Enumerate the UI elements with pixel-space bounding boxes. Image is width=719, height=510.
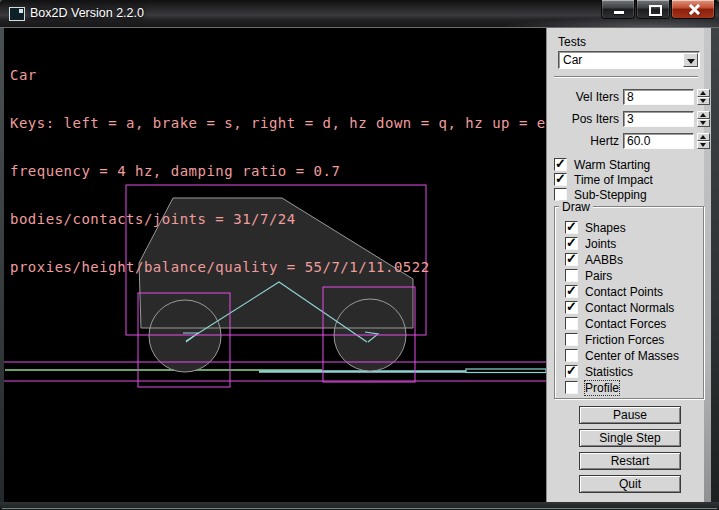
arrow-up-icon — [700, 135, 706, 139]
toggle-time-of-impact[interactable]: ✓ Time of Impact — [547, 173, 705, 187]
tests-dropdown-value: Car — [563, 53, 582, 68]
vel-iters-row: Vel Iters 8 — [547, 89, 705, 105]
contact-normals-label: Contact Normals — [585, 301, 674, 315]
close-icon — [688, 4, 700, 15]
hertz-spin-down-button[interactable] — [697, 141, 710, 149]
stats-line-bodies: bodies/contacts/joints = 31/7/24 — [10, 211, 546, 227]
toggle-contact-points[interactable]: ✓ Contact Points — [547, 285, 705, 299]
arrow-up-icon — [700, 113, 706, 117]
check-icon: ✓ — [566, 283, 577, 298]
tests-dropdown[interactable]: Car — [558, 51, 700, 69]
aabbs-checkbox[interactable]: ✓ — [565, 253, 578, 266]
titlebar[interactable]: Box2D Version 2.2.0 — [0, 0, 719, 28]
window-border-bottom — [0, 502, 719, 510]
toggle-profile[interactable]: ✓ Profile — [547, 381, 705, 395]
vel-iters-spin-up-button[interactable] — [697, 89, 710, 97]
minimize-button[interactable] — [601, 0, 635, 19]
shapes-checkbox[interactable]: ✓ — [565, 221, 578, 234]
center-of-masses-label: Center of Masses — [585, 349, 679, 363]
tests-label: Tests — [558, 35, 586, 49]
quit-button[interactable]: Quit — [579, 475, 681, 493]
toggle-contact-forces[interactable]: ✓ Contact Forces — [547, 317, 705, 331]
app-window: Box2D Version 2.2.0 — [0, 0, 719, 510]
separator — [554, 76, 698, 78]
stats-line-title: Car — [10, 67, 546, 83]
pos-iters-spinner — [697, 111, 710, 127]
toggle-joints[interactable]: ✓ Joints — [547, 237, 705, 251]
toggle-warm-starting[interactable]: ✓ Warm Starting — [547, 158, 705, 172]
friction-forces-label: Friction Forces — [585, 333, 664, 347]
check-icon: ✓ — [566, 363, 577, 378]
window-border-right — [711, 28, 719, 502]
window-title: Box2D Version 2.2.0 — [30, 6, 144, 20]
hertz-spin-up-button[interactable] — [697, 133, 710, 141]
check-icon: ✓ — [555, 156, 566, 171]
friction-forces-checkbox[interactable]: ✓ — [565, 333, 578, 346]
vel-iters-spinner — [697, 89, 710, 105]
contact-normals-checkbox[interactable]: ✓ — [565, 301, 578, 314]
vel-iters-input[interactable]: 8 — [623, 89, 694, 105]
profile-checkbox[interactable]: ✓ — [565, 381, 578, 394]
stats-line-frequency: frequency = 4 hz, damping ratio = 0.7 — [10, 163, 546, 179]
profile-label: Profile — [585, 381, 619, 395]
toggle-pairs[interactable]: ✓ Pairs — [547, 269, 705, 283]
pairs-checkbox[interactable]: ✓ — [565, 269, 578, 282]
toggle-shapes[interactable]: ✓ Shapes — [547, 221, 705, 235]
check-icon: ✓ — [566, 299, 577, 314]
joints-label: Joints — [585, 237, 616, 251]
warm-starting-checkbox[interactable]: ✓ — [554, 158, 567, 171]
chevron-down-icon — [687, 59, 695, 64]
app-icon[interactable] — [9, 7, 25, 21]
single-step-button[interactable]: Single Step — [579, 429, 681, 447]
maximize-button[interactable] — [636, 0, 670, 19]
statistics-checkbox[interactable]: ✓ — [565, 365, 578, 378]
center-of-masses-checkbox[interactable]: ✓ — [565, 349, 578, 362]
hertz-row: Hertz 60.0 — [547, 133, 705, 149]
stats-line-proxies: proxies/height/balance/quality = 55/7/1/… — [10, 259, 546, 275]
tests-dropdown-button[interactable] — [683, 53, 698, 67]
contact-points-checkbox[interactable]: ✓ — [565, 285, 578, 298]
pause-button[interactable]: Pause — [579, 406, 681, 424]
hertz-spinner — [697, 133, 710, 149]
minimize-icon — [614, 11, 624, 14]
shapes-label: Shapes — [585, 221, 626, 235]
check-icon: ✓ — [566, 235, 577, 250]
stats-line-keys: Keys: left = a, brake = s, right = d, hz… — [10, 115, 546, 131]
toggle-statistics[interactable]: ✓ Statistics — [547, 365, 705, 379]
vel-iters-spin-down-button[interactable] — [697, 97, 710, 105]
teeter-board — [466, 369, 546, 373]
restart-button[interactable]: Restart — [579, 452, 681, 470]
check-icon: ✓ — [555, 171, 566, 186]
hertz-input[interactable]: 60.0 — [623, 133, 694, 149]
vel-iters-label: Vel Iters — [547, 89, 619, 105]
time-of-impact-checkbox[interactable]: ✓ — [554, 173, 567, 186]
pos-iters-row: Pos Iters 3 — [547, 111, 705, 127]
time-of-impact-label: Time of Impact — [574, 173, 653, 187]
arrow-up-icon — [700, 91, 706, 95]
pos-iters-input[interactable]: 3 — [623, 111, 694, 127]
contact-forces-checkbox[interactable]: ✓ — [565, 317, 578, 330]
toggle-friction-forces[interactable]: ✓ Friction Forces — [547, 333, 705, 347]
contact-points-label: Contact Points — [585, 285, 663, 299]
arrow-down-icon — [700, 121, 706, 125]
statistics-label: Statistics — [585, 365, 633, 379]
pos-iters-spin-up-button[interactable] — [697, 111, 710, 119]
arrow-down-icon — [700, 99, 706, 103]
check-icon: ✓ — [566, 219, 577, 234]
toggle-center-of-masses[interactable]: ✓ Center of Masses — [547, 349, 705, 363]
check-icon: ✓ — [566, 251, 577, 266]
maximize-icon — [649, 5, 662, 16]
toggle-contact-normals[interactable]: ✓ Contact Normals — [547, 301, 705, 315]
aabbs-label: AABBs — [585, 253, 623, 267]
hertz-label: Hertz — [547, 133, 619, 149]
toggle-aabbs[interactable]: ✓ AABBs — [547, 253, 705, 267]
physics-canvas[interactable]: Car Keys: left = a, brake = s, right = d… — [4, 28, 546, 502]
pos-iters-spin-down-button[interactable] — [697, 119, 710, 127]
contact-forces-label: Contact Forces — [585, 317, 666, 331]
joints-checkbox[interactable]: ✓ — [565, 237, 578, 250]
close-button[interactable] — [671, 0, 715, 19]
vel-iters-value: 8 — [627, 90, 634, 104]
pos-iters-label: Pos Iters — [547, 111, 619, 127]
pairs-label: Pairs — [585, 269, 612, 283]
hertz-value: 60.0 — [627, 134, 650, 148]
